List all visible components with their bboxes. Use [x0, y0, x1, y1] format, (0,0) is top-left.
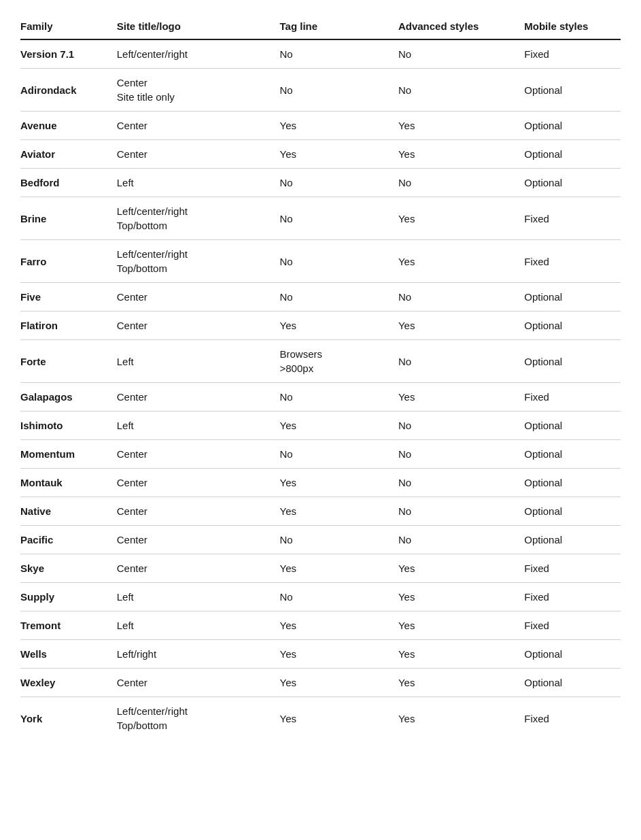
- cell-advanced_styles: No: [398, 440, 524, 469]
- table-row: ForteLeftBrowsers>800pxNoOptional: [20, 340, 621, 383]
- table-row: AdirondackCenterSite title onlyNoNoOptio…: [20, 69, 621, 112]
- cell-mobile_styles: Optional: [524, 640, 621, 669]
- cell-tag_line: No: [280, 526, 398, 554]
- table-row: NativeCenterYesNoOptional: [20, 497, 621, 526]
- cell-site_title: Left/right: [117, 640, 280, 669]
- cell-site_title: Left: [117, 611, 280, 640]
- header-site-title: Site title/logo: [117, 14, 280, 39]
- cell-advanced_styles: No: [398, 526, 524, 554]
- cell-advanced_styles: Yes: [398, 112, 524, 140]
- header-advanced-styles: Advanced styles: [398, 14, 524, 39]
- cell-advanced_styles: Yes: [398, 383, 524, 411]
- cell-tag_line: Yes: [280, 312, 398, 340]
- cell-family: Version 7.1: [20, 39, 117, 69]
- cell-advanced_styles: Yes: [398, 640, 524, 669]
- cell-mobile_styles: Optional: [524, 169, 621, 197]
- cell-tag_line: No: [280, 440, 398, 469]
- cell-tag_line: Yes: [280, 640, 398, 669]
- cell-site_title: Left: [117, 583, 280, 611]
- table-row: Version 7.1Left/center/rightNoNoFixed: [20, 39, 621, 69]
- cell-site_title: Left: [117, 411, 280, 440]
- cell-tag_line: Yes: [280, 554, 398, 583]
- cell-family: Flatiron: [20, 312, 117, 340]
- cell-mobile_styles: Optional: [524, 411, 621, 440]
- cell-family: Bedford: [20, 169, 117, 197]
- cell-mobile_styles: Optional: [524, 469, 621, 497]
- cell-site_title: Left/center/rightTop/bottom: [117, 240, 280, 283]
- cell-tag_line: Yes: [280, 411, 398, 440]
- cell-mobile_styles: Optional: [524, 140, 621, 169]
- cell-tag_line: No: [280, 69, 398, 112]
- cell-advanced_styles: Yes: [398, 669, 524, 697]
- cell-mobile_styles: Fixed: [524, 39, 621, 69]
- header-family: Family: [20, 14, 117, 39]
- cell-tag_line: Browsers>800px: [280, 340, 398, 383]
- cell-family: Montauk: [20, 469, 117, 497]
- cell-mobile_styles: Optional: [524, 526, 621, 554]
- cell-family: Forte: [20, 340, 117, 383]
- cell-mobile_styles: Optional: [524, 669, 621, 697]
- cell-mobile_styles: Optional: [524, 283, 621, 312]
- table-row: GalapagosCenterNoYesFixed: [20, 383, 621, 411]
- cell-family: Supply: [20, 583, 117, 611]
- cell-family: Native: [20, 497, 117, 526]
- cell-advanced_styles: No: [398, 283, 524, 312]
- cell-tag_line: Yes: [280, 140, 398, 169]
- cell-advanced_styles: No: [398, 169, 524, 197]
- table-row: IshimotoLeftYesNoOptional: [20, 411, 621, 440]
- cell-advanced_styles: Yes: [398, 197, 524, 240]
- cell-family: Wells: [20, 640, 117, 669]
- table-row: MomentumCenterNoNoOptional: [20, 440, 621, 469]
- cell-advanced_styles: Yes: [398, 583, 524, 611]
- cell-advanced_styles: No: [398, 340, 524, 383]
- cell-mobile_styles: Fixed: [524, 611, 621, 640]
- table-row: AvenueCenterYesYesOptional: [20, 112, 621, 140]
- cell-advanced_styles: No: [398, 469, 524, 497]
- cell-family: Ishimoto: [20, 411, 117, 440]
- cell-tag_line: No: [280, 197, 398, 240]
- cell-mobile_styles: Optional: [524, 69, 621, 112]
- cell-family: York: [20, 697, 117, 740]
- cell-advanced_styles: Yes: [398, 140, 524, 169]
- cell-family: Pacific: [20, 526, 117, 554]
- cell-advanced_styles: Yes: [398, 312, 524, 340]
- cell-mobile_styles: Fixed: [524, 240, 621, 283]
- cell-site_title: Center: [117, 526, 280, 554]
- cell-site_title: Center: [117, 112, 280, 140]
- cell-mobile_styles: Optional: [524, 340, 621, 383]
- cell-advanced_styles: Yes: [398, 611, 524, 640]
- table-row: SupplyLeftNoYesFixed: [20, 583, 621, 611]
- cell-advanced_styles: Yes: [398, 554, 524, 583]
- cell-tag_line: Yes: [280, 669, 398, 697]
- cell-site_title: Left: [117, 340, 280, 383]
- table-row: FarroLeft/center/rightTop/bottomNoYesFix…: [20, 240, 621, 283]
- table-row: WellsLeft/rightYesYesOptional: [20, 640, 621, 669]
- cell-family: Wexley: [20, 669, 117, 697]
- cell-site_title: Left: [117, 169, 280, 197]
- cell-family: Brine: [20, 197, 117, 240]
- cell-site_title: Center: [117, 669, 280, 697]
- cell-family: Tremont: [20, 611, 117, 640]
- header-tag-line: Tag line: [280, 14, 398, 39]
- table-row: SkyeCenterYesYesFixed: [20, 554, 621, 583]
- table-row: YorkLeft/center/rightTop/bottomYesYesFix…: [20, 697, 621, 740]
- cell-site_title: Left/center/rightTop/bottom: [117, 697, 280, 740]
- cell-site_title: Center: [117, 497, 280, 526]
- cell-family: Adirondack: [20, 69, 117, 112]
- cell-tag_line: No: [280, 383, 398, 411]
- cell-site_title: Center: [117, 469, 280, 497]
- cell-family: Galapagos: [20, 383, 117, 411]
- table-row: WexleyCenterYesYesOptional: [20, 669, 621, 697]
- cell-mobile_styles: Optional: [524, 440, 621, 469]
- cell-site_title: Center: [117, 283, 280, 312]
- cell-family: Aviator: [20, 140, 117, 169]
- cell-tag_line: No: [280, 583, 398, 611]
- table-row: PacificCenterNoNoOptional: [20, 526, 621, 554]
- cell-family: Momentum: [20, 440, 117, 469]
- cell-tag_line: No: [280, 39, 398, 69]
- table-row: FlatironCenterYesYesOptional: [20, 312, 621, 340]
- cell-site_title: CenterSite title only: [117, 69, 280, 112]
- cell-family: Skye: [20, 554, 117, 583]
- cell-tag_line: No: [280, 169, 398, 197]
- cell-family: Farro: [20, 240, 117, 283]
